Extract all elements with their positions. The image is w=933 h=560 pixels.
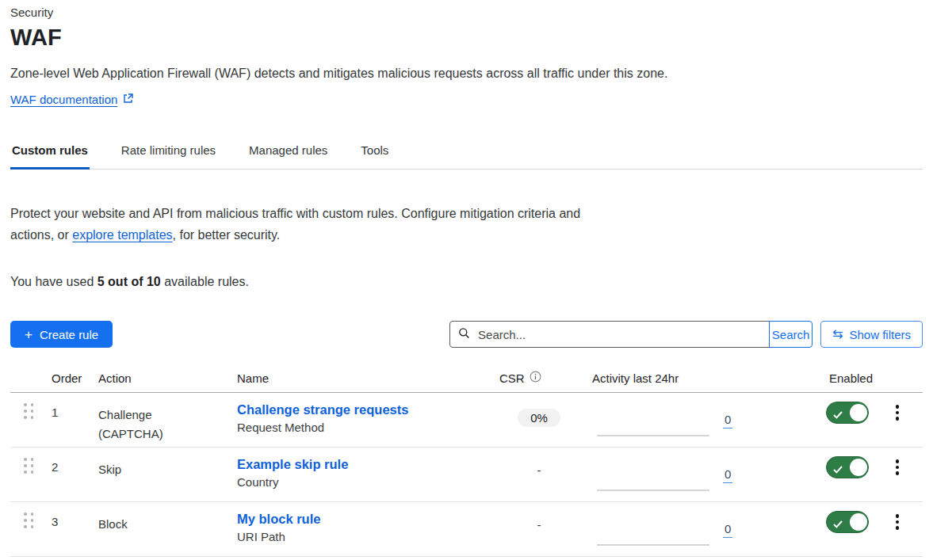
custom-rules-table: Order Action Name CSR Activity last 24hr…	[10, 366, 923, 557]
search-box	[449, 321, 770, 348]
rule-name-link[interactable]: Challenge strange requests	[237, 402, 408, 417]
search-button[interactable]: Search	[769, 321, 813, 348]
toggle-knob	[850, 459, 867, 476]
checkmark-icon	[833, 408, 843, 421]
usage-prefix: You have used	[10, 275, 98, 288]
drag-handle-icon[interactable]	[24, 458, 34, 474]
column-header-activity: Activity last 24hr	[579, 371, 820, 385]
kebab-menu-icon[interactable]	[893, 512, 902, 531]
waf-documentation-link-label: WAF documentation	[10, 93, 117, 106]
page-title: WAF	[10, 24, 923, 51]
rule-row-2: 2 Skip Example skip rule Country - 0	[10, 448, 923, 502]
column-header-name: Name	[237, 371, 499, 385]
show-filters-button[interactable]: ⇆ Show filters	[820, 321, 923, 348]
page-description: Zone-level Web Application Firewall (WAF…	[10, 65, 923, 82]
rule-row-3: 3 Block My block rule URI Path - 0	[10, 502, 923, 557]
column-header-order: Order	[52, 371, 98, 385]
column-header-action: Action	[98, 371, 237, 385]
checkmark-icon	[833, 517, 843, 531]
search-group: Search	[449, 321, 813, 348]
plus-icon: +	[25, 328, 33, 341]
custom-rules-intro: Protect your website and API from malici…	[10, 203, 601, 246]
table-header-row: Order Action Name CSR Activity last 24hr…	[10, 366, 923, 393]
magnifier-icon	[458, 327, 470, 342]
csr-value: -	[499, 502, 579, 556]
toggle-knob	[850, 404, 867, 421]
tab-managed-rules[interactable]: Managed rules	[247, 135, 329, 170]
rule-field: Country	[237, 475, 499, 489]
rules-toolbar: + Create rule Search ⇆ Show filters	[10, 320, 923, 349]
rule-action: Block	[98, 502, 185, 556]
enabled-toggle[interactable]	[826, 456, 869, 478]
usage-count: 5 out of 10	[98, 275, 161, 288]
intro-text-after: , for better security.	[173, 228, 281, 242]
rule-order: 1	[52, 393, 98, 447]
breadcrumb: Security	[10, 0, 923, 19]
checkmark-icon	[833, 463, 843, 476]
activity-count-link[interactable]: 0	[723, 413, 732, 429]
kebab-menu-icon[interactable]	[893, 403, 902, 422]
enabled-toggle[interactable]	[826, 402, 869, 424]
tab-tools[interactable]: Tools	[359, 135, 390, 170]
show-filters-label: Show filters	[849, 328, 911, 341]
column-header-enabled: Enabled	[820, 371, 880, 385]
waf-page: Security WAF Zone-level Web Application …	[0, 0, 933, 560]
csr-value: -	[499, 448, 579, 501]
csr-header-label: CSR	[499, 371, 525, 385]
column-header-csr: CSR	[499, 371, 541, 385]
kebab-menu-icon[interactable]	[893, 458, 902, 477]
rule-row-1: 1 Challenge (CAPTCHA) Challenge strange …	[10, 393, 923, 448]
activity-sparkline	[597, 435, 709, 436]
usage-suffix: available rules.	[161, 275, 249, 288]
rule-name-link[interactable]: My block rule	[237, 512, 320, 527]
drag-handle-icon[interactable]	[24, 512, 34, 528]
tab-custom-rules[interactable]: Custom rules	[10, 135, 90, 170]
rule-action: Skip	[98, 448, 185, 501]
drag-handle-icon[interactable]	[24, 403, 34, 419]
create-rule-button[interactable]: + Create rule	[10, 321, 113, 348]
rule-order: 3	[52, 502, 98, 556]
tab-rate-limiting-rules[interactable]: Rate limiting rules	[120, 135, 217, 170]
create-rule-label: Create rule	[40, 328, 98, 341]
toggle-knob	[850, 513, 867, 531]
rule-order: 2	[52, 448, 98, 501]
rules-usage-line: You have used 5 out of 10 available rule…	[10, 275, 923, 289]
waf-documentation-link[interactable]: WAF documentation	[10, 93, 133, 106]
csr-value-badge: 0%	[518, 409, 560, 427]
search-input[interactable]	[476, 327, 761, 342]
rule-name-link[interactable]: Example skip rule	[237, 457, 348, 472]
activity-sparkline	[597, 544, 709, 546]
info-icon[interactable]	[530, 371, 541, 385]
activity-count-link[interactable]: 0	[723, 467, 732, 483]
waf-tabs: Custom rules Rate limiting rules Managed…	[10, 135, 923, 170]
rule-field: Request Method	[237, 421, 499, 434]
activity-sparkline	[597, 490, 709, 491]
explore-templates-link[interactable]: explore templates	[72, 228, 172, 242]
rule-field: URI Path	[237, 530, 499, 543]
activity-count-link[interactable]: 0	[723, 522, 732, 538]
enabled-toggle[interactable]	[826, 511, 869, 533]
external-link-icon	[123, 93, 133, 106]
rule-action: Challenge (CAPTCHA)	[98, 393, 185, 447]
swap-arrows-icon: ⇆	[832, 328, 843, 341]
